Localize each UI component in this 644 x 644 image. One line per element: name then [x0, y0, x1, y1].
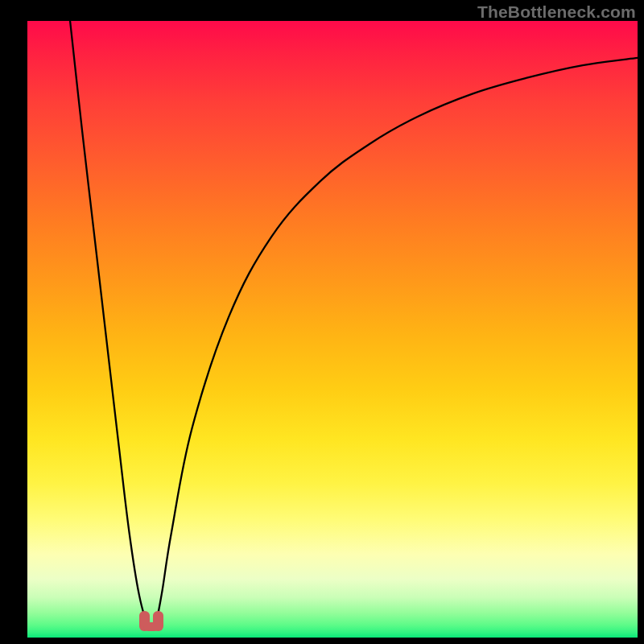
- attribution-label: TheBottleneck.com: [477, 2, 636, 22]
- bottleneck-curve: [27, 21, 638, 638]
- chart-stage: TheBottleneck.com: [0, 0, 644, 644]
- plot-area: [27, 21, 638, 638]
